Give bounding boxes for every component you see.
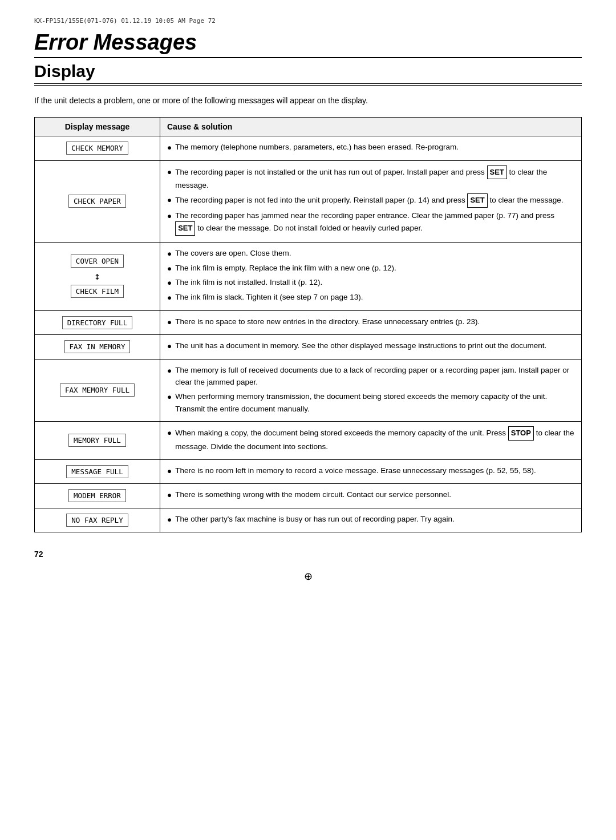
cause-solution-cell: There is no room left in memory to recor… (160, 459, 582, 484)
display-message: FAX MEMORY FULL (60, 383, 135, 397)
display-message-cell: COVER OPEN↕CHECK FILM (35, 243, 160, 310)
cause-solution-cell: The other party's fax machine is busy or… (160, 508, 582, 532)
cause-item: The unit has a document in memory. See t… (167, 340, 574, 353)
display-message-cell: MODEM ERROR (35, 484, 160, 508)
display-message-cell: FAX MEMORY FULL (35, 359, 160, 421)
table-row: MEMORY FULLWhen making a copy, the docum… (35, 422, 582, 459)
cause-item: The ink film is empty. Replace the ink f… (167, 262, 574, 275)
cause-solution-cell: The memory (telephone numbers, parameter… (160, 136, 582, 161)
cause-item: When performing memory transmission, the… (167, 390, 574, 415)
display-message: CHECK FILM (71, 285, 124, 298)
display-message-cell: NO FAX REPLY (35, 508, 160, 532)
display-message-cell: FAX IN MEMORY (35, 335, 160, 360)
cause-item: The recording paper has jammed near the … (167, 209, 574, 236)
cause-item: The memory (telephone numbers, parameter… (167, 141, 574, 154)
table-row: DIRECTORY FULLThere is no space to store… (35, 310, 582, 335)
page-number: 72 (34, 550, 582, 559)
display-message: CHECK MEMORY (66, 142, 128, 155)
cause-item: The other party's fax machine is busy or… (167, 513, 574, 526)
cause-item: There is something wrong with the modem … (167, 488, 574, 502)
table-row: MODEM ERRORThere is something wrong with… (35, 484, 582, 508)
display-message: CHECK PAPER (68, 195, 126, 208)
display-message-cell: MESSAGE FULL (35, 459, 160, 484)
display-message-cell: CHECK PAPER (35, 160, 160, 243)
cause-item: The recording paper is not installed or … (167, 165, 574, 192)
cause-item: The ink film is not installed. Install i… (167, 276, 574, 289)
display-message-cell: DIRECTORY FULL (35, 310, 160, 335)
arrow-icon: ↕ (94, 271, 100, 281)
cause-item: The covers are open. Close them. (167, 247, 574, 260)
table-row: FAX IN MEMORYThe unit has a document in … (35, 335, 582, 360)
cause-solution-cell: The recording paper is not installed or … (160, 160, 582, 243)
display-message: NO FAX REPLY (66, 514, 128, 527)
cause-solution-cell: The unit has a document in memory. See t… (160, 335, 582, 360)
cause-solution-cell: The covers are open. Close them.The ink … (160, 243, 582, 310)
table-row: MESSAGE FULLThere is no room left in mem… (35, 459, 582, 484)
intro-text: If the unit detects a problem, one or mo… (34, 95, 582, 107)
page-header: KX-FP151/155E(071-076) 01.12.19 10:05 AM… (34, 17, 582, 25)
table-row: FAX MEMORY FULLThe memory is full of rec… (35, 359, 582, 421)
cause-item: The ink film is slack. Tighten it (see s… (167, 291, 574, 304)
display-message-cell: MEMORY FULL (35, 422, 160, 459)
display-message: MESSAGE FULL (66, 465, 128, 478)
cause-solution-cell: When making a copy, the document being s… (160, 422, 582, 459)
cause-item: The recording paper is not fed into the … (167, 193, 574, 208)
table-row: NO FAX REPLYThe other party's fax machin… (35, 508, 582, 532)
main-title: Error Messages (34, 30, 582, 58)
display-message: FAX IN MEMORY (64, 340, 131, 353)
col-header-display: Display message (35, 118, 160, 136)
cause-item: The memory is full of received documents… (167, 364, 574, 389)
cause-solution-cell: There is no space to store new entries i… (160, 310, 582, 335)
cause-solution-cell: The memory is full of received documents… (160, 359, 582, 421)
cause-item: When making a copy, the document being s… (167, 426, 574, 453)
cause-item: There is no space to store new entries i… (167, 316, 574, 329)
table-row: CHECK MEMORYThe memory (telephone number… (35, 136, 582, 161)
display-message: MODEM ERROR (68, 489, 126, 502)
display-message: MEMORY FULL (68, 434, 126, 447)
display-message: DIRECTORY FULL (62, 316, 132, 329)
display-message: COVER OPEN (71, 255, 124, 268)
cause-solution-cell: There is something wrong with the modem … (160, 484, 582, 508)
display-message-cell: CHECK MEMORY (35, 136, 160, 161)
col-header-cause: Cause & solution (160, 118, 582, 136)
table-row: COVER OPEN↕CHECK FILMThe covers are open… (35, 243, 582, 310)
error-messages-table: Display message Cause & solution CHECK M… (34, 117, 582, 532)
table-row: CHECK PAPERThe recording paper is not in… (35, 160, 582, 243)
crosshair-bottom: ⊕ (34, 570, 582, 583)
cause-item: There is no room left in memory to recor… (167, 465, 574, 478)
section-title: Display (34, 62, 582, 86)
